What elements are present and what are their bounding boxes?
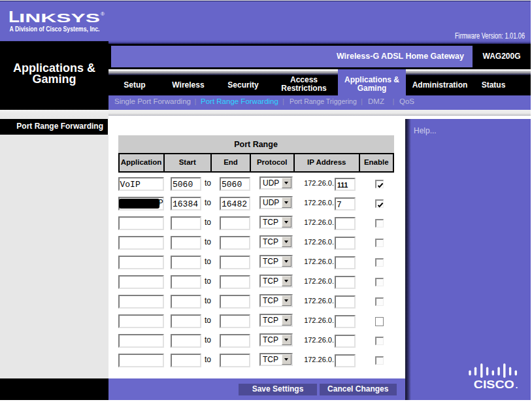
svg-text:CISCO: CISCO <box>474 378 514 390</box>
svg-text:L: L <box>8 8 20 25</box>
svg-text:Firmware Version: 1.01.06: Firmware Version: 1.01.06 <box>455 31 525 41</box>
svg-text:A Division of Cisco Systems, I: A Division of Cisco Systems, Inc. <box>10 25 100 33</box>
svg-text:INKSYS: INKSYS <box>19 12 100 25</box>
svg-text:®: ® <box>101 11 105 17</box>
